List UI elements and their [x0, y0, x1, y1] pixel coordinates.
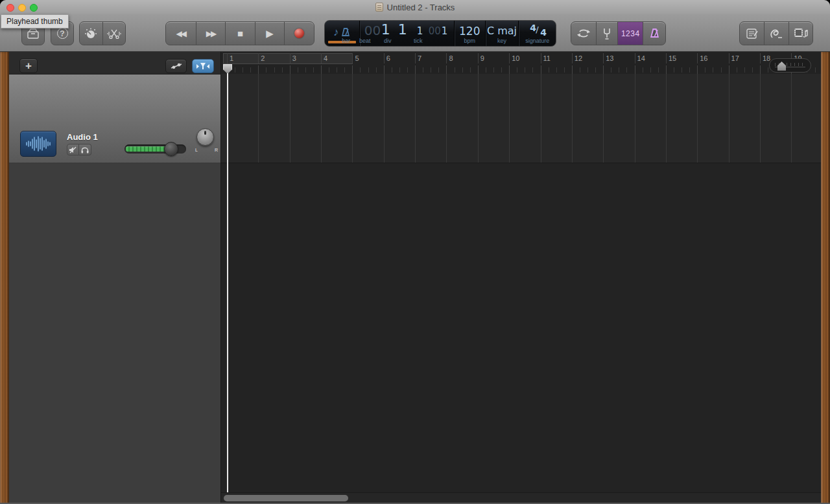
cycle-button[interactable] — [571, 22, 596, 45]
track-area[interactable]: 12345678910111213141516171819 — [221, 52, 821, 492]
ruler-bar-line — [572, 53, 573, 63]
ruler-bar-line — [290, 53, 290, 63]
ruler-tick — [399, 67, 400, 73]
lcd-display[interactable]: ♪ 00 1 1 1 00 1 bar beat div tick 120 bp… — [324, 20, 556, 47]
horizontal-scrollbar[interactable] — [221, 492, 821, 503]
catch-playhead-icon — [196, 62, 209, 71]
horizontal-zoom-slider[interactable] — [769, 58, 811, 73]
ruler-tick — [344, 67, 345, 73]
window-title: Untitled 2 - Tracks — [387, 3, 455, 12]
ruler-bar-number: 9 — [480, 54, 484, 62]
media-browser-button[interactable] — [788, 22, 812, 45]
pan-knob-indicator — [204, 131, 206, 135]
editors-button[interactable] — [102, 22, 125, 45]
ruler-tick — [666, 65, 667, 74]
volume-slider[interactable] — [124, 144, 186, 154]
ruler-tick — [298, 67, 298, 73]
ruler-tick — [368, 67, 369, 73]
tuner-button[interactable] — [596, 22, 617, 45]
ruler-tick — [423, 67, 423, 73]
ruler-tick — [525, 67, 525, 73]
solo-button[interactable] — [79, 144, 91, 155]
lane-bar-gridline — [321, 74, 322, 163]
metronome-button[interactable] — [643, 22, 665, 45]
ruler-tick — [493, 67, 494, 73]
track-header-audio-1[interactable]: Audio 1 L R — [9, 74, 220, 163]
ruler-tick — [541, 65, 541, 74]
record-button[interactable] — [284, 22, 314, 45]
lane-bar-gridline — [290, 74, 290, 163]
ruler-tick — [650, 67, 651, 73]
play-button[interactable]: ▶ — [255, 22, 285, 45]
ruler-bar-number: 2 — [261, 54, 265, 62]
catch-playhead-button[interactable] — [192, 59, 214, 73]
lane-bar-gridline — [478, 74, 479, 163]
ruler-bar-line — [541, 53, 541, 63]
rewind-button[interactable]: ◀◀ — [166, 22, 196, 45]
ruler-tick — [760, 65, 761, 74]
volume-slider-knob[interactable] — [164, 142, 178, 156]
lane-bar-gridline — [258, 74, 259, 163]
ruler-tick — [572, 65, 573, 74]
lcd-beat-label: beat — [346, 38, 385, 44]
ruler-tick — [643, 67, 643, 73]
ruler-tick — [705, 67, 706, 73]
ruler-tick — [595, 67, 596, 73]
lcd-tempo-section[interactable]: 120 bpm — [454, 21, 485, 46]
add-track-button[interactable]: + — [19, 58, 38, 73]
track-name[interactable]: Audio 1 — [67, 132, 98, 142]
notepad-icon — [746, 29, 758, 39]
ruler-bar-line — [478, 53, 479, 63]
count-in-button[interactable]: 1234 — [617, 22, 643, 45]
automation-button[interactable] — [165, 59, 187, 73]
ruler-bar-number: 16 — [700, 54, 707, 62]
lane-bar-gridline — [760, 74, 761, 163]
stop-button[interactable]: ■ — [225, 22, 255, 45]
ruler-tick — [737, 67, 737, 73]
ruler[interactable]: 12345678910111213141516171819 — [221, 52, 821, 74]
ruler-tick — [626, 67, 627, 73]
ruler-tick — [501, 67, 502, 73]
smart-controls-button[interactable] — [80, 22, 102, 45]
track-header-sidebar: + — [9, 52, 221, 504]
lcd-tick-label: tick — [399, 38, 438, 44]
audio-track-icon[interactable] — [20, 131, 56, 157]
title-bar: Untitled 2 - Tracks — [0, 0, 830, 14]
lane-bar-gridline — [384, 74, 385, 163]
ruler-tick — [360, 67, 361, 73]
automation-icon — [170, 62, 183, 70]
ruler-bar-line — [321, 53, 322, 63]
playhead-line[interactable] — [227, 65, 228, 492]
tuning-fork-icon — [602, 28, 611, 40]
note-pad-button[interactable] — [740, 22, 764, 45]
lane-bar-gridline — [635, 74, 635, 163]
ruler-bar-line — [509, 53, 510, 63]
ruler-bar-line — [446, 53, 447, 63]
ruler-bar-line — [729, 53, 729, 63]
mute-icon — [69, 146, 77, 154]
ruler-tick — [407, 67, 408, 73]
ruler-tick — [305, 67, 306, 73]
forward-button[interactable]: ▶▶ — [196, 22, 226, 45]
ruler-tick — [235, 67, 235, 73]
ruler-tick — [376, 67, 377, 73]
lane-bar-gridline — [572, 74, 573, 163]
pan-left-label: L — [195, 148, 198, 152]
loop-browser-button[interactable] — [764, 22, 788, 45]
ruler-tick — [549, 67, 549, 73]
ruler-tick — [337, 67, 337, 73]
lcd-key-section[interactable]: C maj key — [485, 21, 519, 46]
track-lane[interactable] — [221, 74, 821, 163]
ruler-tick — [415, 65, 416, 74]
pan-knob[interactable] — [196, 128, 214, 146]
view-buttons-group — [79, 21, 126, 45]
ruler-tick — [635, 65, 635, 74]
lcd-beat-value: 1 — [398, 21, 407, 38]
ruler-tick — [744, 67, 745, 73]
cycle-icon — [577, 29, 590, 38]
note-icon: ♪ — [333, 26, 339, 39]
horizontal-scrollbar-thumb[interactable] — [224, 495, 348, 501]
lcd-time-section[interactable]: 00 1 1 1 00 1 bar beat div tick — [359, 21, 454, 46]
mute-button[interactable] — [67, 144, 79, 155]
lcd-signature-section[interactable]: 4 / 4 signature — [518, 21, 556, 46]
